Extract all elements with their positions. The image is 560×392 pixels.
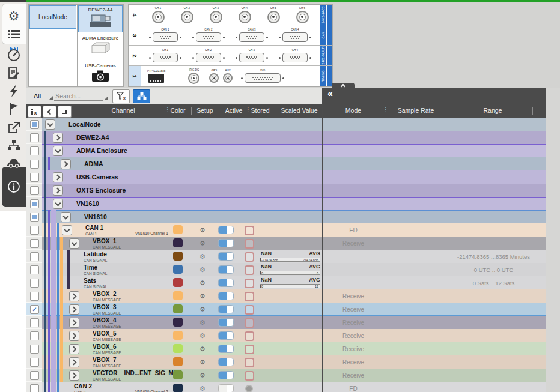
row-checkbox[interactable]: [30, 318, 39, 327]
channel-color-swatch[interactable]: [173, 225, 183, 234]
channel-setup-gear-icon[interactable]: ⚙: [198, 355, 207, 369]
expand-row-button[interactable]: [69, 291, 79, 301]
row-checkbox[interactable]: [30, 384, 39, 392]
settings-gear-sidebar-item[interactable]: ⚙: [5, 7, 23, 24]
stored-indicator[interactable]: [245, 265, 254, 275]
local-node-box[interactable]: LocalNode: [29, 5, 76, 29]
export-sidebar-item[interactable]: [5, 119, 23, 136]
channel-row-vbox-4[interactable]: VBOX_4CAN MESSAGE⚙Receive: [26, 316, 546, 329]
channel-setup-gear-icon[interactable]: ⚙: [198, 223, 207, 237]
channel-color-swatch[interactable]: [173, 357, 183, 366]
expand-row-button[interactable]: [69, 344, 79, 354]
scope-dropdown[interactable]: All: [34, 92, 41, 100]
stored-indicator[interactable]: [245, 305, 254, 315]
channel-setup-gear-icon[interactable]: ⚙: [198, 289, 207, 303]
channel-row-vbox-1[interactable]: VBOX_1CAN MESSAGE⚙Receive: [26, 237, 546, 250]
channel-row-usb-cameras[interactable]: USB-Cameras: [26, 170, 546, 184]
search-input[interactable]: [54, 92, 103, 101]
report-sidebar-item[interactable]: [5, 65, 23, 82]
active-toggle[interactable]: [218, 331, 234, 340]
active-toggle[interactable]: [218, 226, 234, 234]
channel-row-latitude[interactable]: LatitudeCAN SIGNAL⚙NaNAVG-21474.83621474…: [26, 250, 546, 263]
row-checkbox[interactable]: [30, 265, 39, 274]
channel-color-swatch[interactable]: [173, 331, 183, 340]
channel-color-swatch[interactable]: [173, 318, 183, 327]
expand-row-button[interactable]: [53, 185, 63, 196]
stored-indicator[interactable]: [245, 239, 254, 249]
row-checkbox[interactable]: [30, 239, 39, 248]
active-toggle[interactable]: [218, 305, 234, 313]
active-toggle[interactable]: [218, 279, 234, 287]
stored-indicator[interactable]: [245, 371, 254, 381]
row-checkbox[interactable]: [30, 345, 39, 354]
row-checkbox[interactable]: [30, 133, 39, 142]
stored-indicator[interactable]: [245, 345, 254, 354]
collapse-row-button[interactable]: [69, 238, 79, 249]
row-checkbox[interactable]: [30, 146, 39, 155]
channel-row-sats[interactable]: SatsCAN SIGNAL⚙NaNAVG0120 Sats .. 12 Sat…: [26, 276, 546, 289]
collapse-up-tab[interactable]: [332, 83, 355, 88]
row-checkbox[interactable]: [30, 226, 39, 235]
device-item-dewe2-a4[interactable]: DEWE2-A4: [78, 5, 123, 32]
row-checkbox[interactable]: [30, 160, 39, 169]
channel-row-can-1[interactable]: CAN 1CAN 1VN1610 Channel 1⚙FD: [26, 223, 546, 237]
row-checkbox[interactable]: [30, 252, 39, 261]
channel-row-vn1610[interactable]: VN1610: [26, 197, 546, 210]
row-checkbox[interactable]: [30, 120, 39, 129]
channel-row-vbox-3[interactable]: ✓VBOX_3CAN MESSAGE⚙Receive: [26, 303, 546, 316]
channel-row-vbox-2[interactable]: VBOX_2CAN MESSAGE⚙Receive: [26, 289, 546, 303]
channel-setup-gear-icon[interactable]: ⚙: [198, 316, 207, 329]
row-checkbox[interactable]: ✓: [30, 305, 39, 314]
slot-number[interactable]: 4: [129, 5, 141, 25]
active-toggle[interactable]: [218, 345, 234, 353]
channel-row-localnode[interactable]: LocalNode: [26, 118, 546, 131]
slot-number[interactable]: 3: [129, 25, 141, 45]
collapse-row-button[interactable]: [61, 212, 71, 222]
row-checkbox[interactable]: [30, 279, 39, 288]
flag-sidebar-item[interactable]: [5, 101, 23, 118]
stored-indicator[interactable]: [245, 292, 254, 301]
row-checkbox[interactable]: [30, 358, 39, 367]
row-checkbox[interactable]: [30, 199, 39, 208]
expand-row-button[interactable]: [69, 304, 79, 315]
stored-indicator[interactable]: [245, 318, 254, 328]
car-sidebar-item[interactable]: [5, 154, 23, 171]
device-item-adma-enclosure[interactable]: ADMA Enclosure: [78, 34, 123, 59]
stored-indicator[interactable]: [245, 331, 254, 341]
channel-row-adma[interactable]: ADMA: [26, 157, 546, 170]
channel-row-oxts-enclosure[interactable]: OXTS Enclosure: [26, 184, 546, 197]
active-toggle[interactable]: [218, 239, 234, 247]
channel-row-time[interactable]: TimeCAN SIGNAL⚙NaNAVG000 UTC .. 0 UTC: [26, 263, 546, 276]
expand-row-button[interactable]: [69, 357, 79, 367]
channel-setup-gear-icon[interactable]: ⚙: [198, 382, 207, 392]
channel-color-swatch[interactable]: [173, 291, 183, 300]
collapse-row-button[interactable]: [53, 146, 63, 156]
active-toggle[interactable]: [218, 358, 234, 366]
channel-color-swatch[interactable]: [173, 265, 183, 274]
channel-setup-gear-icon[interactable]: ⚙: [198, 237, 207, 250]
expand-row-button[interactable]: [69, 331, 79, 341]
channel-color-swatch[interactable]: [173, 304, 183, 313]
stored-indicator[interactable]: [245, 252, 254, 262]
row-checkbox[interactable]: [30, 173, 39, 182]
active-toggle[interactable]: [218, 265, 234, 274]
channel-color-swatch[interactable]: [173, 384, 183, 392]
expand-row-button[interactable]: [69, 370, 79, 381]
stored-indicator[interactable]: [245, 226, 254, 235]
expand-row-button[interactable]: [53, 172, 63, 182]
row-checkbox[interactable]: [30, 371, 39, 380]
local-node-panel[interactable]: LocalNode: [28, 4, 78, 87]
row-checkbox[interactable]: [30, 331, 39, 340]
collapse-panel-button[interactable]: «: [327, 88, 333, 99]
active-toggle[interactable]: [218, 252, 234, 261]
row-checkbox[interactable]: [30, 186, 39, 195]
slot-number[interactable]: 1: [129, 66, 141, 86]
active-toggle[interactable]: [218, 318, 234, 327]
stored-indicator[interactable]: [245, 385, 253, 392]
channel-color-swatch[interactable]: [173, 278, 183, 287]
channel-setup-gear-icon[interactable]: ⚙: [198, 263, 207, 276]
device-item-usb-cameras[interactable]: USB-Cameras: [78, 61, 123, 85]
channel-row-vbox-7[interactable]: VBOX_7CAN MESSAGE⚙Receive: [26, 355, 546, 369]
channel-color-swatch[interactable]: [173, 370, 183, 379]
channel-row-vector-ind-ent-sig-msg[interactable]: VECTOR__IND...ENT_SIG_MSGCAN MESSAGE⚙Rec…: [26, 369, 546, 382]
